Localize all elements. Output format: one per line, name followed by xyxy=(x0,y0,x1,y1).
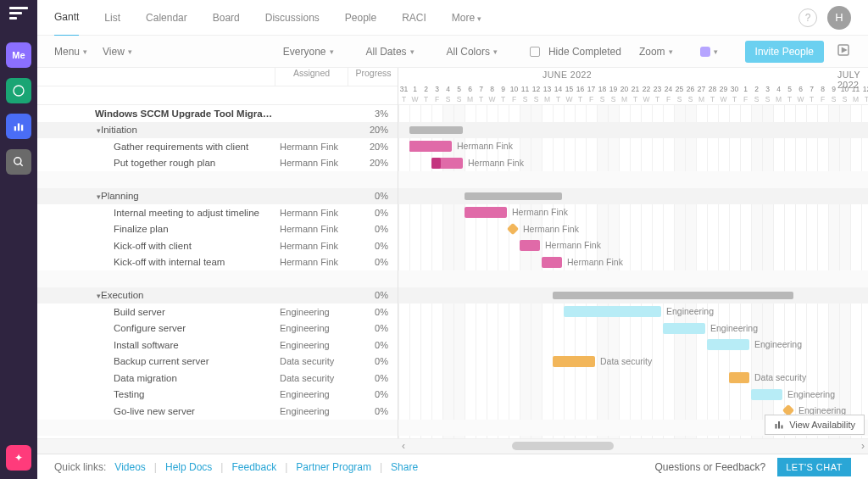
tab-more[interactable]: More xyxy=(452,12,481,36)
task-row-1-2[interactable]: Kick-off with clientHermann Fink0% xyxy=(37,237,398,254)
group-row-2[interactable]: Execution0% xyxy=(37,287,398,304)
task-row-0-1[interactable]: Put together rough planHermann Fink20% xyxy=(37,155,398,172)
day-header[interactable]: 24F xyxy=(663,84,674,104)
day-header[interactable]: 30T xyxy=(729,84,740,104)
gantt-pane[interactable]: JUNE 2022 JULY 2022 31T1W2T3F4S5S6M7T8W9… xyxy=(398,68,868,438)
zoom-dropdown[interactable]: Zoom xyxy=(639,46,673,58)
task-row-2-3[interactable]: Backup current serverData security0% xyxy=(37,354,398,370)
day-header[interactable]: 20M xyxy=(619,84,630,104)
gantt-bar[interactable] xyxy=(663,323,705,334)
day-header[interactable]: 5S xyxy=(453,84,465,104)
everyone-filter[interactable]: Everyone xyxy=(283,46,334,58)
footer-link-partner[interactable]: Partner Program xyxy=(296,461,371,473)
export-icon[interactable] xyxy=(836,42,851,60)
day-header[interactable]: 1F xyxy=(740,84,751,104)
colors-filter[interactable]: All Colors xyxy=(447,46,498,58)
tab-discussions[interactable]: Discussions xyxy=(265,12,320,36)
search-icon[interactable] xyxy=(6,149,31,175)
chat-icon[interactable] xyxy=(6,78,31,103)
footer-link-videos[interactable]: Videos xyxy=(114,461,145,473)
spacer-2[interactable] xyxy=(37,420,398,437)
task-row-2-0[interactable]: Build serverEngineering0% xyxy=(37,304,398,320)
gantt-bar[interactable] xyxy=(465,207,507,218)
day-header[interactable]: 15W xyxy=(564,84,575,104)
gantt-bar[interactable] xyxy=(542,257,562,268)
tab-board[interactable]: Board xyxy=(213,12,240,36)
day-header[interactable]: 4M xyxy=(773,84,784,104)
invite-people-button[interactable]: Invite People xyxy=(745,41,824,63)
gantt-bar[interactable] xyxy=(409,141,452,152)
gantt-bar[interactable] xyxy=(409,126,463,134)
tab-people[interactable]: People xyxy=(345,12,376,36)
day-header[interactable]: 3F xyxy=(431,84,442,104)
gantt-bar[interactable] xyxy=(431,158,441,169)
gantt-bar[interactable] xyxy=(564,306,661,317)
day-header[interactable]: 2T xyxy=(420,84,431,104)
day-header[interactable]: 12S xyxy=(531,84,542,104)
task-row-2-4[interactable]: Data migrationData security0% xyxy=(37,370,398,387)
task-row-1-1[interactable]: Finalize planHermann Fink0% xyxy=(37,221,398,238)
gantt-bar[interactable] xyxy=(751,389,782,400)
day-header[interactable]: 31T xyxy=(398,84,409,104)
task-row-2-2[interactable]: Install softwareEngineering0% xyxy=(37,337,398,354)
day-header[interactable]: 18S xyxy=(597,84,608,104)
day-header[interactable]: 27M xyxy=(696,84,707,104)
tab-gantt[interactable]: Gantt xyxy=(54,11,79,36)
task-row-2-5[interactable]: TestingEngineering0% xyxy=(37,387,398,404)
reports-icon[interactable] xyxy=(6,114,31,139)
day-header[interactable]: 23T xyxy=(652,84,663,104)
view-availability-button[interactable]: View Availability xyxy=(765,415,865,435)
task-row-1-3[interactable]: Kick-off with internal teamHermann Fink0… xyxy=(37,254,398,271)
color-swatch-dropdown[interactable] xyxy=(700,47,718,57)
footer-link-share[interactable]: Share xyxy=(391,461,418,473)
day-header[interactable]: 1W xyxy=(409,84,420,104)
day-header[interactable]: 7T xyxy=(476,84,487,104)
day-header[interactable]: 14T xyxy=(553,84,564,104)
day-header[interactable]: 13M xyxy=(542,84,553,104)
task-row-2-6[interactable]: Go-live new serverEngineering0% xyxy=(37,403,398,420)
day-header[interactable]: 2S xyxy=(751,84,762,104)
day-header[interactable]: 16T xyxy=(575,84,586,104)
day-header[interactable]: 5T xyxy=(784,84,795,104)
task-row-1-0[interactable]: Internal meeting to adjust timelineHerma… xyxy=(37,204,398,221)
footer-link-feedback[interactable]: Feedback xyxy=(231,461,276,473)
dates-filter[interactable]: All Dates xyxy=(366,46,415,58)
menu-dropdown[interactable]: Menu xyxy=(54,46,87,58)
project-row[interactable]: Windows SCCM Upgrade Tool Migration3% xyxy=(37,105,398,122)
gantt-bar[interactable] xyxy=(707,339,749,350)
group-row-1[interactable]: Planning0% xyxy=(37,188,398,205)
view-dropdown[interactable]: View xyxy=(103,46,132,58)
gantt-bar[interactable] xyxy=(553,292,793,299)
day-header[interactable]: 22W xyxy=(641,84,652,104)
spacer-0[interactable] xyxy=(37,171,398,188)
day-header[interactable]: 8F xyxy=(817,84,828,104)
day-header[interactable]: 7T xyxy=(806,84,817,104)
group-row-0[interactable]: Initiation20% xyxy=(37,122,398,139)
user-avatar[interactable]: H xyxy=(827,6,851,30)
help-icon[interactable]: ? xyxy=(798,8,817,27)
lets-chat-button[interactable]: LET'S CHAT xyxy=(777,458,851,476)
day-header[interactable]: 9T xyxy=(498,84,509,104)
day-header[interactable]: 10F xyxy=(509,84,520,104)
day-header[interactable]: 6M xyxy=(465,84,476,104)
day-header[interactable]: 4S xyxy=(442,84,453,104)
gantt-horizontal-scrollbar[interactable]: ‹ › xyxy=(37,438,868,454)
col-assigned[interactable]: Assigned xyxy=(275,68,348,86)
day-header[interactable]: 29W xyxy=(718,84,729,104)
day-header[interactable]: 11S xyxy=(520,84,531,104)
gantt-milestone[interactable] xyxy=(507,222,519,234)
col-progress[interactable]: Progress xyxy=(348,68,398,86)
day-header[interactable]: 11M xyxy=(850,84,861,104)
tab-list[interactable]: List xyxy=(104,12,120,36)
app-logo-icon[interactable] xyxy=(9,7,28,22)
gantt-bar[interactable] xyxy=(520,240,540,251)
day-header[interactable]: 25S xyxy=(674,84,685,104)
tab-calendar[interactable]: Calendar xyxy=(146,12,187,36)
day-header[interactable]: 9S xyxy=(828,84,839,104)
day-header[interactable]: 17F xyxy=(586,84,597,104)
gantt-bar[interactable] xyxy=(729,372,749,383)
spacer-1[interactable] xyxy=(37,270,398,287)
gantt-bar[interactable] xyxy=(553,356,595,367)
spark-icon[interactable]: ✦ xyxy=(6,445,31,471)
day-header[interactable]: 8W xyxy=(487,84,498,104)
